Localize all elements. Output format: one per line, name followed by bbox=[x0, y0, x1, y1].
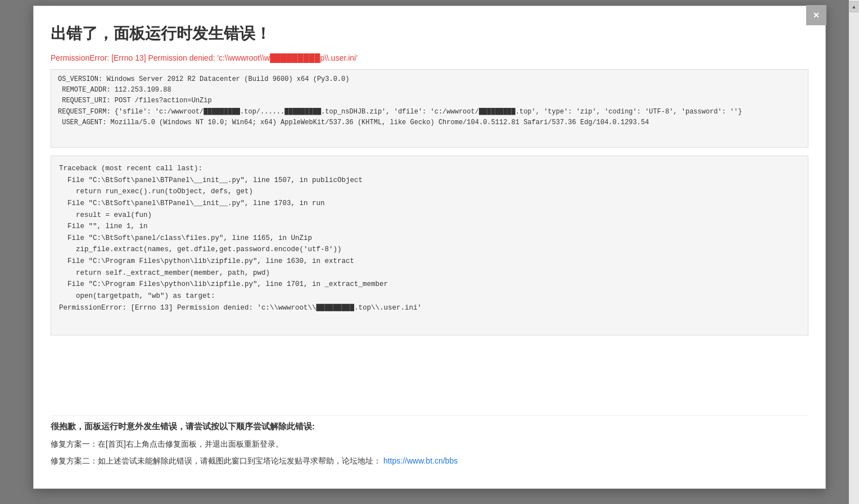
log-box[interactable]: OS_VERSION: Windows Server 2012 R2 Datac… bbox=[51, 69, 808, 148]
solution2-prefix: 修复方案二：如上述尝试未能解除此错误，请截图此窗口到宝塔论坛发贴寻求帮助，论坛地… bbox=[51, 456, 381, 465]
close-button[interactable]: × bbox=[806, 5, 826, 25]
modal-overlay: × 出错了，面板运行时发生错误！ PermissionError: [Errno… bbox=[0, 0, 859, 504]
error-modal: × 出错了，面板运行时发生错误！ PermissionError: [Errno… bbox=[33, 6, 826, 489]
solution2-text: 修复方案二：如上述尝试未能解除此错误，请截图此窗口到宝塔论坛发贴寻求帮助，论坛地… bbox=[51, 455, 808, 468]
forum-link[interactable]: https://www.bt.cn/bbs bbox=[383, 456, 458, 465]
sidebar-top-btn[interactable]: ▲ bbox=[849, 1, 858, 12]
modal-title: 出错了，面板运行时发生错误！ bbox=[51, 23, 808, 44]
right-sidebar: ▲ bbox=[849, 0, 859, 504]
solution1-text: 修复方案一：在[首页]右上角点击修复面板，并退出面板重新登录。 bbox=[51, 438, 808, 451]
traceback-box[interactable]: Traceback (most recent call last): File … bbox=[51, 156, 808, 335]
error-header: PermissionError: [Errno 13] Permission d… bbox=[51, 53, 808, 62]
footer-title: 很抱歉，面板运行时意外发生错误，请尝试按以下顺序尝试解除此错误: bbox=[51, 421, 808, 432]
footer-section: 很抱歉，面板运行时意外发生错误，请尝试按以下顺序尝试解除此错误: 修复方案一：在… bbox=[51, 415, 808, 471]
